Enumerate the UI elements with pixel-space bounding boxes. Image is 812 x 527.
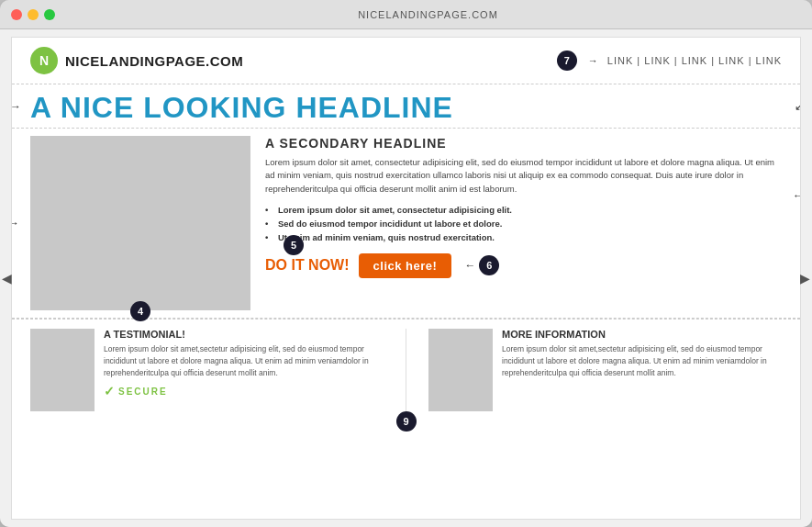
- annotation-7: 7: [557, 50, 577, 71]
- info-content: MORE INFORMATION Lorem ipsum dolor sit a…: [502, 329, 782, 411]
- logo-area: N NICELANDINGPAGE.COM: [30, 47, 243, 74]
- page-inner: N NICELANDINGPAGE.COM 7 → LINK | LINK | …: [11, 37, 801, 520]
- testimonial-block: A TESTIMONIAL! Lorem ipsum dolor sit ame…: [30, 329, 384, 411]
- bullet-item-1: Lorem ipsum dolor sit amet, consectetur …: [265, 203, 782, 217]
- annotation-5: 5: [284, 235, 304, 255]
- checkmark-icon: ✓: [104, 384, 115, 398]
- body-text: Lorem ipsum dolor sit amet, consectetur …: [265, 156, 782, 196]
- arrow-left-6: ←: [464, 259, 475, 272]
- annotation-9: 9: [396, 411, 417, 432]
- annotation-4: 4: [130, 301, 150, 321]
- arrow-left-2: ↙: [795, 100, 801, 113]
- secure-text: SECURE: [118, 387, 168, 397]
- arrow-right-1: →: [11, 100, 21, 113]
- bottom-section: A TESTIMONIAL! Lorem ipsum dolor sit ame…: [12, 320, 800, 420]
- info-text: Lorem ipsum dolor sit amet,sectetur adip…: [502, 343, 782, 378]
- secure-badge: ✓ SECURE: [104, 384, 384, 398]
- arrow-right-8: →: [11, 217, 19, 230]
- info-title: MORE INFORMATION: [502, 329, 782, 340]
- logo-text: NICELANDINGPAGE.COM: [65, 53, 243, 69]
- headline-section: 1 → ↙ 2 A NICE LOOKING HEADLINE: [12, 84, 800, 129]
- testimonial-content: A TESTIMONIAL! Lorem ipsum dolor sit ame…: [104, 329, 384, 411]
- info-block: MORE INFORMATION Lorem ipsum dolor sit a…: [428, 329, 782, 411]
- cta-label: DO IT NOW!: [265, 257, 350, 274]
- scroll-right-arrow[interactable]: ▶: [800, 271, 810, 286]
- close-button[interactable]: [11, 9, 22, 20]
- bullet-item-2: Sed do eiusmod tempor incididunt ut labo…: [265, 217, 782, 230]
- left-image-placeholder: 4: [30, 136, 250, 310]
- testimonial-image: [30, 329, 95, 411]
- maximize-button[interactable]: [44, 9, 55, 20]
- bottom-divider: A TESTIMONIAL! Lorem ipsum dolor sit ame…: [12, 319, 800, 420]
- info-image: [428, 329, 493, 411]
- nav-arrow-area: 7 → LINK | LINK | LINK | LINK | LINK: [557, 50, 782, 71]
- content-section: 8 → ← 3 4 A SECONDARY HEADLINE: [12, 129, 800, 319]
- vertical-divider: [406, 329, 406, 411]
- scroll-left-arrow[interactable]: ◀: [2, 271, 12, 286]
- bullet-item-3: Ut enim ad minim veniam, quis nostrud ex…: [265, 230, 782, 244]
- logo-icon: N: [30, 47, 58, 74]
- site-header: N NICELANDINGPAGE.COM 7 → LINK | LINK | …: [12, 38, 800, 84]
- title-bar: NICELANDINGPAGE.COM: [0, 0, 812, 29]
- testimonial-title: A TESTIMONIAL!: [104, 329, 384, 340]
- browser-title: NICELANDINGPAGE.COM: [55, 9, 801, 20]
- main-headline: A NICE LOOKING HEADLINE: [30, 92, 782, 124]
- cta-button[interactable]: click here!: [359, 253, 452, 278]
- browser-window: NICELANDINGPAGE.COM N NICELANDINGPAGE.CO…: [0, 0, 812, 527]
- bullet-list: Lorem ipsum dolor sit amet, consectetur …: [265, 203, 782, 244]
- annotation-6: 6: [479, 255, 499, 275]
- page-content: N NICELANDINGPAGE.COM 7 → LINK | LINK | …: [0, 29, 812, 527]
- arrow-left-3: ←: [793, 189, 801, 202]
- minimize-button[interactable]: [28, 9, 39, 20]
- cta-row: 5 DO IT NOW! click here! ← 6: [265, 253, 782, 278]
- secondary-headline: A SECONDARY HEADLINE: [265, 136, 782, 151]
- testimonial-text: Lorem ipsum dolor sit amet,sectetur adip…: [104, 343, 384, 378]
- nav-arrow-symbol: →: [588, 55, 598, 66]
- right-content: A SECONDARY HEADLINE Lorem ipsum dolor s…: [265, 136, 782, 310]
- nav-links[interactable]: LINK | LINK | LINK | LINK | LINK: [607, 55, 782, 66]
- traffic-lights: [11, 9, 55, 20]
